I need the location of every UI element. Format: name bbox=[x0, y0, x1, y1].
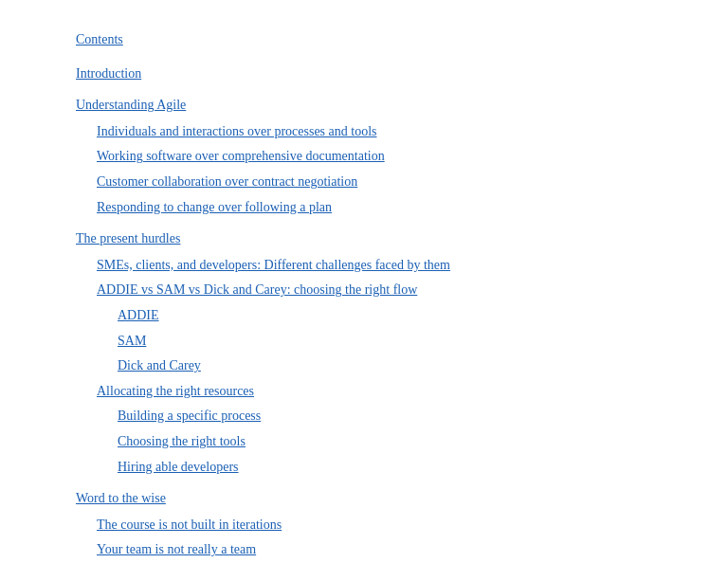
toc-item-introduction: Introduction bbox=[76, 61, 728, 85]
toc-item-addie-sam: ADDIE vs SAM vs Dick and Carey: choosing… bbox=[76, 277, 728, 301]
toc-link-present-hurdles[interactable]: The present hurdles bbox=[76, 231, 180, 245]
toc-link-allocating-resources[interactable]: Allocating the right resources bbox=[97, 384, 254, 398]
toc-item-responding-change: Responding to change over following a pl… bbox=[76, 194, 728, 219]
toc-item-team-not-team: Your team is not really a team bbox=[76, 536, 728, 561]
toc-item-sam: SAM bbox=[76, 328, 728, 353]
toc-link-customer-collaboration[interactable]: Customer collaboration over contract neg… bbox=[97, 174, 357, 189]
toc-link-introduction[interactable]: Introduction bbox=[76, 66, 141, 81]
toc-link-understanding-agile[interactable]: Understanding Agile bbox=[76, 98, 186, 112]
toc-item-choosing-tools: Choosing the right tools bbox=[76, 428, 728, 453]
toc-link-course-iterations[interactable]: The course is not built in iterations bbox=[97, 518, 282, 532]
toc-link-sam[interactable]: SAM bbox=[118, 334, 146, 348]
toc-link-dick-carey[interactable]: Dick and Carey bbox=[118, 358, 201, 372]
toc-item-dick-carey: Dick and Carey bbox=[76, 353, 728, 377]
toc-item-working-software: Working software over comprehensive docu… bbox=[76, 143, 728, 168]
toc-item-course-iterations: The course is not built in iterations bbox=[76, 512, 728, 536]
toc-link-choosing-tools[interactable]: Choosing the right tools bbox=[118, 434, 246, 448]
toc-item-present-hurdles: The present hurdles bbox=[76, 226, 728, 250]
toc-item-customer-collaboration: Customer collaboration over contract neg… bbox=[76, 169, 728, 193]
toc-link-addie-sam[interactable]: ADDIE vs SAM vs Dick and Carey: choosing… bbox=[97, 282, 417, 297]
toc-link-addie[interactable]: ADDIE bbox=[118, 308, 159, 322]
toc-container: ContentsIntroductionUnderstanding AgileI… bbox=[0, 0, 728, 563]
toc-link-building-process[interactable]: Building a specific process bbox=[118, 409, 261, 423]
toc-item-allocating-resources: Allocating the right resources bbox=[76, 378, 728, 403]
toc-item-building-process: Building a specific process bbox=[76, 403, 728, 427]
toc-link-contents[interactable]: Contents bbox=[76, 32, 123, 46]
toc-item-addie: ADDIE bbox=[76, 302, 728, 327]
toc-link-working-software[interactable]: Working software over comprehensive docu… bbox=[97, 149, 385, 163]
toc-item-understanding-agile: Understanding Agile bbox=[76, 92, 728, 117]
toc-item-smes-clients: SMEs, clients, and developers: Different… bbox=[76, 252, 728, 277]
toc-link-individuals-interactions[interactable]: Individuals and interactions over proces… bbox=[97, 124, 376, 138]
toc-link-responding-change[interactable]: Responding to change over following a pl… bbox=[97, 200, 332, 214]
toc-item-individuals-interactions: Individuals and interactions over proces… bbox=[76, 118, 728, 143]
toc-item-hiring-developers: Hiring able developers bbox=[76, 454, 728, 479]
toc-item-contents: Contents bbox=[76, 27, 728, 51]
toc-link-smes-clients[interactable]: SMEs, clients, and developers: Different… bbox=[97, 258, 450, 272]
toc-link-word-wise[interactable]: Word to the wise bbox=[76, 491, 166, 505]
toc-link-team-not-team[interactable]: Your team is not really a team bbox=[97, 542, 256, 556]
toc-item-word-wise: Word to the wise bbox=[76, 485, 728, 510]
toc-link-hiring-developers[interactable]: Hiring able developers bbox=[118, 460, 239, 474]
